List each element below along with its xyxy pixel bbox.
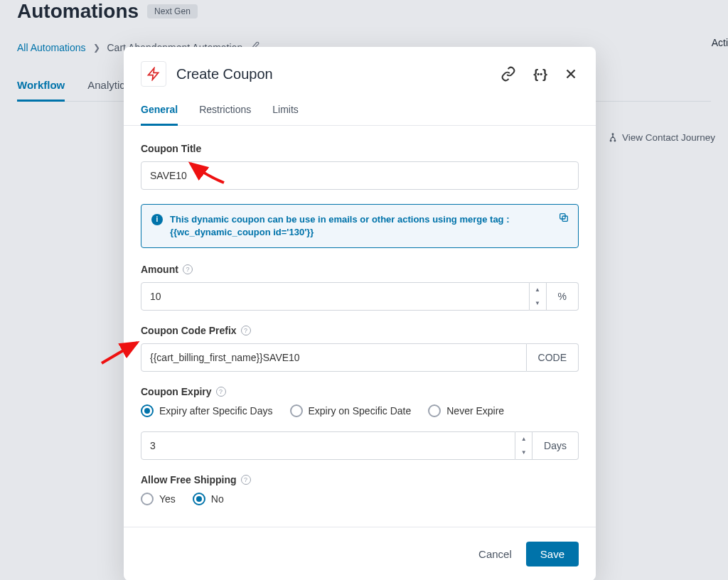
radio-checked-icon	[193, 493, 205, 505]
page-title: Automations	[17, 0, 139, 23]
tab-general[interactable]: General	[141, 104, 178, 126]
prefix-input[interactable]	[141, 343, 527, 372]
link-icon[interactable]	[500, 66, 516, 82]
help-icon[interactable]: ?	[183, 264, 193, 274]
help-icon[interactable]: ?	[216, 387, 226, 397]
merge-tag-icon[interactable]: {••}	[533, 67, 546, 82]
modal-title: Create Coupon	[176, 66, 273, 82]
amount-unit: %	[547, 282, 579, 311]
tab-limits[interactable]: Limits	[272, 104, 299, 125]
expiry-option-specific-date[interactable]: Expiry on Specific Date	[290, 404, 412, 417]
cancel-button[interactable]: Cancel	[478, 548, 512, 560]
top-right-action-truncated: Acti	[712, 37, 728, 48]
modal-body: Coupon Title i This dynamic coupon can b…	[124, 126, 596, 527]
view-journey-label: View Contact Journey	[622, 132, 715, 143]
info-text: This dynamic coupon can be use in emails…	[170, 213, 568, 239]
chevron-right-icon: ❯	[93, 43, 100, 53]
coupon-title-group: Coupon Title	[141, 143, 579, 190]
breadcrumb-root[interactable]: All Automations	[17, 42, 86, 53]
modal-header: Create Coupon {••}	[124, 47, 596, 87]
save-button[interactable]: Save	[526, 542, 579, 566]
merge-tag-info: i This dynamic coupon can be use in emai…	[141, 204, 579, 248]
free-ship-no[interactable]: No	[193, 493, 224, 505]
chevron-down-icon[interactable]: ▼	[530, 296, 546, 310]
nextgen-badge: Next Gen	[147, 4, 198, 18]
branch-icon	[608, 133, 618, 143]
chevron-up-icon[interactable]: ▲	[530, 283, 546, 296]
radio-icon	[428, 404, 441, 417]
amount-group: Amount ? ▲ ▼ %	[141, 264, 579, 311]
expiry-option-never[interactable]: Never Expire	[428, 404, 504, 417]
free-ship-yes[interactable]: Yes	[141, 493, 176, 505]
expiry-days-input[interactable]	[141, 431, 515, 460]
expiry-option-specific-days[interactable]: Expiry after Specific Days	[141, 404, 273, 417]
view-contact-journey[interactable]: View Contact Journey	[608, 132, 715, 143]
prefix-group: Coupon Code Prefix ? CODE	[141, 325, 579, 372]
lightning-icon	[141, 61, 166, 87]
days-stepper[interactable]: ▲ ▼	[515, 431, 532, 460]
help-icon[interactable]: ?	[241, 326, 251, 335]
tab-restrictions[interactable]: Restrictions	[199, 104, 251, 125]
tab-workflow[interactable]: Workflow	[17, 79, 65, 102]
help-icon[interactable]: ?	[241, 475, 251, 485]
modal-footer: Cancel Save	[124, 527, 596, 580]
free-shipping-group: Allow Free Shipping ? Yes No	[141, 474, 579, 505]
expiry-days-group: ▲ ▼ Days	[141, 431, 579, 460]
expiry-label: Coupon Expiry	[141, 386, 212, 397]
create-coupon-modal: Create Coupon {••} General Restrictions …	[124, 47, 596, 580]
modal-tabs: General Restrictions Limits	[124, 87, 596, 126]
coupon-title-label: Coupon Title	[141, 143, 201, 154]
prefix-addon: CODE	[527, 343, 579, 372]
amount-input[interactable]	[141, 282, 530, 311]
chevron-down-icon[interactable]: ▼	[515, 446, 532, 459]
coupon-title-input[interactable]	[141, 161, 579, 190]
close-icon[interactable]	[563, 66, 579, 82]
days-unit: Days	[532, 431, 579, 460]
amount-stepper[interactable]: ▲ ▼	[530, 282, 547, 311]
chevron-up-icon[interactable]: ▲	[515, 432, 532, 446]
amount-label: Amount	[141, 264, 178, 275]
expiry-group: Coupon Expiry ? Expiry after Specific Da…	[141, 386, 579, 417]
prefix-label: Coupon Code Prefix	[141, 325, 237, 336]
free-ship-label: Allow Free Shipping	[141, 474, 237, 485]
radio-icon	[290, 404, 303, 417]
title-row: Automations Next Gen	[17, 0, 711, 23]
info-icon: i	[151, 214, 163, 225]
radio-checked-icon	[141, 404, 154, 417]
radio-icon	[141, 493, 154, 505]
copy-icon[interactable]	[558, 212, 569, 227]
